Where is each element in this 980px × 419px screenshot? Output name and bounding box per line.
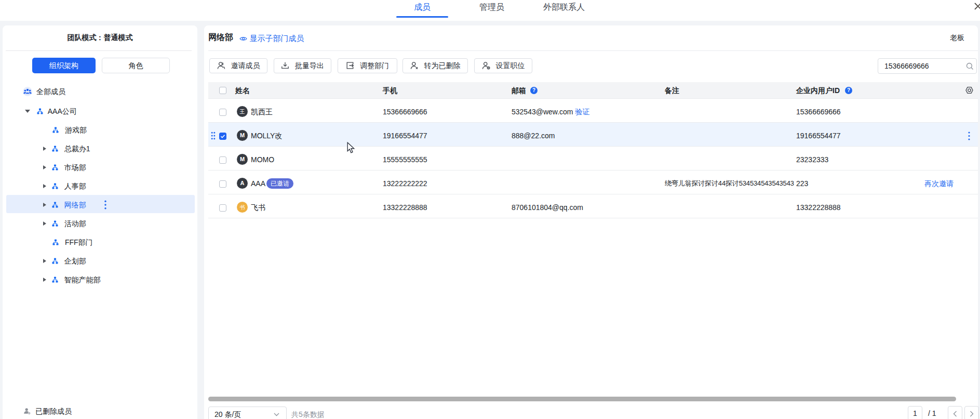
- svg-text:?: ?: [847, 87, 850, 93]
- svg-text:?: ?: [532, 87, 535, 93]
